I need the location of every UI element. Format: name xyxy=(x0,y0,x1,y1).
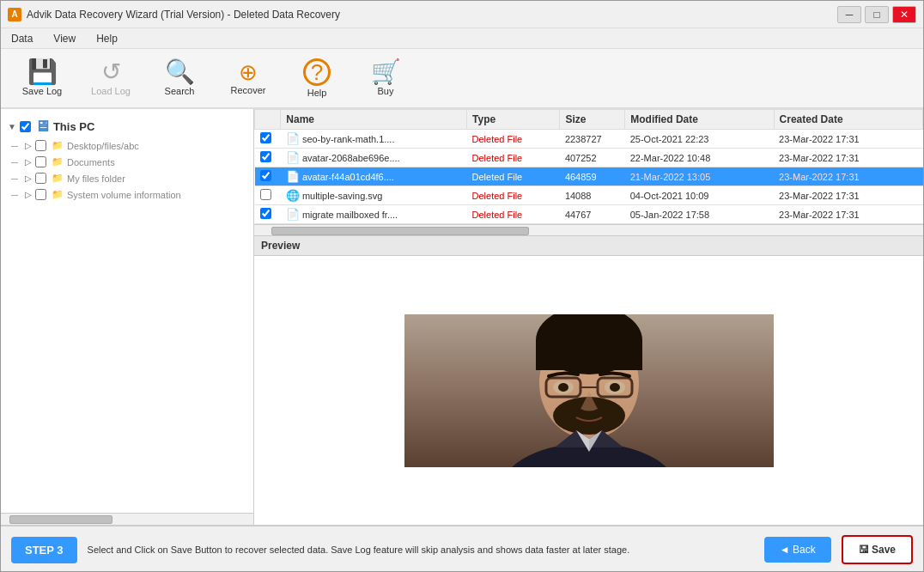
tree-item-label-1: Desktop/files/abc xyxy=(67,141,139,151)
save-log-icon: 💾 xyxy=(27,60,58,84)
window-title: Advik Data Recovery Wizard (Trial Versio… xyxy=(27,9,837,21)
toolbar-search[interactable]: 🔍 Search xyxy=(149,52,210,104)
table-row[interactable]: 📄 avatar-2068abe696e....Deleted File4072… xyxy=(255,149,923,167)
back-button[interactable]: ◄ Back xyxy=(764,537,831,563)
file-checkbox[interactable] xyxy=(260,170,271,181)
help-icon: ? xyxy=(303,58,331,86)
file-checkbox[interactable] xyxy=(260,132,271,143)
tree-item-checkbox-2[interactable] xyxy=(35,156,46,167)
file-name-cell: 🌐 multiple-saving.svg xyxy=(281,186,467,205)
tree-item-checkbox-4[interactable] xyxy=(35,189,46,200)
file-size-cell: 464859 xyxy=(560,167,625,186)
file-created-cell: 23-Mar-2022 17:31 xyxy=(774,205,922,224)
toolbar-buy[interactable]: 🛒 Buy xyxy=(355,52,416,104)
menu-help[interactable]: Help xyxy=(93,31,121,46)
table-header-row: Name Type Size Modified Date Created Dat… xyxy=(255,110,923,130)
menu-view[interactable]: View xyxy=(50,31,79,46)
tree-item-label-3: My files folder xyxy=(67,173,125,184)
svg-rect-5 xyxy=(536,340,642,370)
file-checkbox[interactable] xyxy=(260,208,271,219)
table-row[interactable]: 📄 migrate mailboxed fr....Deleted File44… xyxy=(255,205,923,224)
folder-icon: 📁 xyxy=(52,189,64,200)
preview-header: Preview xyxy=(254,236,923,256)
toolbar-recover[interactable]: ⊕ Recover xyxy=(217,52,279,104)
tree-scroll-thumb[interactable] xyxy=(9,515,112,524)
col-header-type[interactable]: Type xyxy=(467,110,560,130)
tree-item[interactable]: ▷ 📁 System volume information xyxy=(21,186,250,203)
col-header-name[interactable]: Name xyxy=(281,110,467,130)
menu-data[interactable]: Data xyxy=(8,31,36,46)
tree-root-label: This PC xyxy=(53,120,94,133)
file-size-cell: 407252 xyxy=(560,149,625,167)
table-row[interactable]: 🌐 multiple-saving.svgDeleted File1408804… xyxy=(255,186,923,205)
tree-panel: ▼ 🖥 This PC ▷ 📁 Desktop/files/abc ▷ 📁 Do… xyxy=(1,109,254,210)
tree-item[interactable]: ▷ 📁 My files folder xyxy=(21,170,250,186)
tree-item-label-4: System volume information xyxy=(67,190,181,200)
toolbar-help[interactable]: ? Help xyxy=(286,52,348,104)
col-header-size[interactable]: Size xyxy=(560,110,625,130)
close-button[interactable]: ✕ xyxy=(892,6,916,23)
file-type-cell: Deleted File xyxy=(467,167,560,186)
col-header-created[interactable]: Created Date xyxy=(774,110,922,130)
file-type-cell: Deleted File xyxy=(467,130,560,149)
preview-section: Preview xyxy=(254,236,923,525)
file-type-cell: Deleted File xyxy=(467,149,560,167)
folder-icon: 📁 xyxy=(52,173,64,184)
folder-icon: 📁 xyxy=(52,140,64,151)
buy-icon: 🛒 xyxy=(371,60,401,84)
table-row[interactable]: 📄 avatar-f44a01cd4f6....Deleted File4648… xyxy=(255,167,923,186)
tree-expand-icon[interactable]: ▼ xyxy=(8,122,16,131)
toolbar-save-log[interactable]: 💾 Save Log xyxy=(11,52,73,104)
tree-panel-container: ▼ 🖥 This PC ▷ 📁 Desktop/files/abc ▷ 📁 Do… xyxy=(1,109,254,525)
buy-label: Buy xyxy=(378,86,394,96)
tree-item-expand[interactable]: ▷ xyxy=(25,173,32,183)
tree-item-expand[interactable]: ▷ xyxy=(25,190,32,199)
tree-item-checkbox-1[interactable] xyxy=(35,140,46,151)
toolbar-load-log[interactable]: ↺ Load Log xyxy=(80,52,142,104)
file-type-cell: Deleted File xyxy=(467,205,560,224)
toolbar: 💾 Save Log ↺ Load Log 🔍 Search ⊕ Recover… xyxy=(1,49,923,109)
table-row[interactable]: 📄 seo-by-rank-math.1....Deleted File2238… xyxy=(255,130,923,149)
tree-item-label-2: Documents xyxy=(67,157,115,167)
tree-item[interactable]: ▷ 📁 Documents xyxy=(21,154,250,170)
file-name-cell: 📄 avatar-f44a01cd4f6.... xyxy=(281,167,467,186)
tree-root[interactable]: ▼ 🖥 This PC xyxy=(4,116,250,137)
file-modified-cell: 05-Jan-2022 17:58 xyxy=(625,205,774,224)
app-icon: A xyxy=(8,8,21,21)
maximize-button[interactable]: □ xyxy=(865,6,889,23)
file-modified-cell: 25-Oct-2021 22:23 xyxy=(625,130,774,149)
preview-image xyxy=(404,314,774,467)
tree-item[interactable]: ▷ 📁 Desktop/files/abc xyxy=(21,137,250,154)
search-label: Search xyxy=(165,86,195,96)
status-text: Select and Click on Save Button to recov… xyxy=(88,543,754,557)
table-horizontal-scrollbar[interactable] xyxy=(254,224,923,236)
tree-item-checkbox-3[interactable] xyxy=(35,173,46,184)
table-scroll-thumb[interactable] xyxy=(271,227,529,235)
right-panel: Name Type Size Modified Date Created Dat… xyxy=(254,109,923,525)
file-modified-cell: 21-Mar-2022 13:05 xyxy=(625,167,774,186)
preview-content xyxy=(254,256,923,525)
col-header-checkbox xyxy=(255,110,281,130)
tree-horizontal-scrollbar[interactable] xyxy=(1,513,253,525)
minimize-button[interactable]: ─ xyxy=(837,6,861,23)
file-name-cell: 📄 migrate mailboxed fr.... xyxy=(281,205,467,224)
save-button[interactable]: 🖫 Save xyxy=(842,535,913,564)
file-checkbox[interactable] xyxy=(260,189,271,200)
file-modified-cell: 22-Mar-2022 10:48 xyxy=(625,149,774,167)
tree-item-expand[interactable]: ▷ xyxy=(25,157,32,167)
window-controls: ─ □ ✕ xyxy=(837,6,916,23)
step-badge: STEP 3 xyxy=(11,537,77,563)
menu-bar: Data View Help xyxy=(1,28,923,49)
title-bar: A Advik Data Recovery Wizard (Trial Vers… xyxy=(1,1,923,28)
file-table: Name Type Size Modified Date Created Dat… xyxy=(254,109,923,224)
svg-point-13 xyxy=(610,383,620,392)
tree-item-expand[interactable]: ▷ xyxy=(25,141,32,150)
col-header-modified[interactable]: Modified Date xyxy=(625,110,774,130)
file-checkbox[interactable] xyxy=(260,151,271,162)
recover-icon: ⊕ xyxy=(239,61,258,83)
status-bar: STEP 3 Select and Click on Save Button t… xyxy=(1,525,923,572)
tree-root-checkbox[interactable] xyxy=(20,121,31,132)
file-table-body: 📄 seo-by-rank-math.1....Deleted File2238… xyxy=(255,130,923,224)
help-label: Help xyxy=(307,88,327,98)
main-area: ▼ 🖥 This PC ▷ 📁 Desktop/files/abc ▷ 📁 Do… xyxy=(1,109,923,525)
